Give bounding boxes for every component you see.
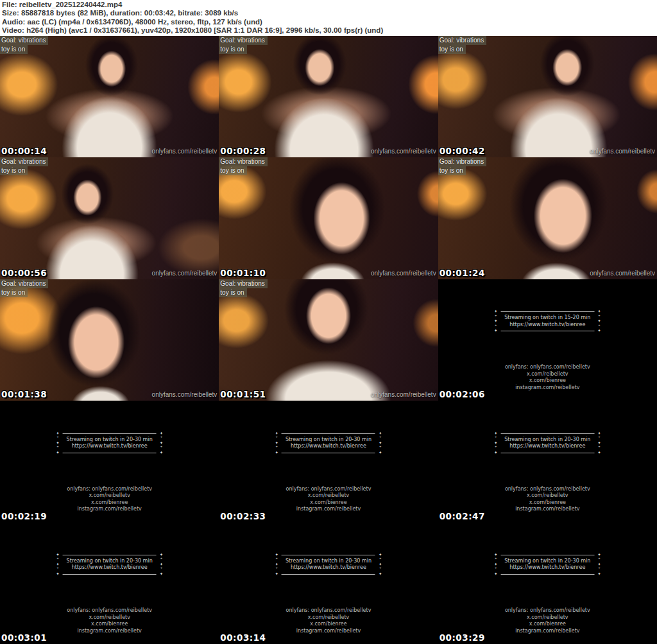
goal-overlay-line-1: Goal: vibrations xyxy=(438,157,486,166)
notice-bottom-rule xyxy=(500,331,594,331)
goal-overlay-line-2: toy is on xyxy=(219,45,246,54)
video-frame-thumbnail: Goal: vibrations toy is on onlyfans.com/… xyxy=(219,157,438,279)
social-link-onlyfans: onlyfans: onlyfans.com/reibelletv xyxy=(438,364,657,371)
video-frame-thumbnail-notice: ✦ ⁺ ✦ ⁺ ✦ Streaming on twitch in 20-30 m… xyxy=(0,523,219,644)
video-frame-thumbnail: Goal: vibrations toy is on onlyfans.com/… xyxy=(0,157,219,279)
goal-overlay: Goal: vibrations toy is on xyxy=(219,279,267,297)
frame-timestamp: 00:00:28 xyxy=(220,146,266,156)
social-link-x-2: x.com/bienree xyxy=(219,500,438,507)
sparkle-icon: ✦ xyxy=(56,553,59,557)
sparkle-icon: ✦ xyxy=(597,562,601,567)
sparkle-icon: ✦ xyxy=(56,451,59,455)
video-frame-thumbnail-notice: ✦ ⁺ ✦ ⁺ ✦ Streaming on twitch in 15-20 m… xyxy=(438,279,657,401)
frame-timestamp: 00:00:14 xyxy=(1,146,47,156)
goal-overlay-line-1: Goal: vibrations xyxy=(219,157,267,166)
sparkle-icon: ✦ xyxy=(597,553,601,557)
notice-top-rule xyxy=(63,555,157,555)
social-link-onlyfans: onlyfans: onlyfans.com/reibelletv xyxy=(0,486,219,493)
frame-timestamp: 00:03:29 xyxy=(439,632,485,643)
streaming-notice-line: Streaming on twitch in 20-30 min xyxy=(504,437,590,444)
goal-overlay: Goal: vibrations toy is on xyxy=(0,36,48,54)
sparkle-icon: ✦ xyxy=(275,451,278,455)
social-links: onlyfans: onlyfans.com/reibelletv x.com/… xyxy=(219,486,438,513)
video-frame-thumbnail: Goal: vibrations toy is on onlyfans.com/… xyxy=(219,279,438,401)
goal-overlay-line-2: toy is on xyxy=(438,45,466,54)
goal-overlay-line-2: toy is on xyxy=(438,166,466,175)
notice-bottom-rule xyxy=(500,453,594,453)
sparkle-decoration-left: ✦ ⁺ ✦ ⁺ ✦ xyxy=(56,431,59,455)
social-link-x-1: x.com/reibelletv xyxy=(438,614,657,622)
video-frame-thumbnail-notice: ✦ ⁺ ✦ ⁺ ✦ Streaming on twitch in 20-30 m… xyxy=(0,401,219,522)
onlyfans-watermark: onlyfans.com/reibelletv xyxy=(152,270,218,277)
metadata-line-audio: Audio: aac (LC) (mp4a / 0x6134706D), 480… xyxy=(2,18,657,26)
twitch-url: https://www.twitch.tv/bienree xyxy=(291,564,366,571)
sparkle-icon: ✦ xyxy=(494,553,497,557)
social-link-x-2: x.com/bienree xyxy=(438,378,657,385)
metadata-line-video: Video: h264 (High) (avc1 / 0x31637661), … xyxy=(2,26,657,35)
streaming-notice-content: Streaming on twitch in 15-20 min https:/… xyxy=(499,309,596,333)
onlyfans-watermark: onlyfans.com/reibelletv xyxy=(152,391,218,398)
thumbnail-grid: Goal: vibrations toy is on onlyfans.com/… xyxy=(0,36,657,644)
sparkle-decoration-left: ✦ ⁺ ✦ ⁺ ✦ xyxy=(494,553,497,577)
sparkle-icon: ✦ xyxy=(494,451,497,455)
twitch-url: https://www.twitch.tv/bienree xyxy=(72,564,148,571)
streaming-notice-box: ✦ ⁺ ✦ ⁺ ✦ Streaming on twitch in 20-30 m… xyxy=(56,431,163,455)
sparkle-decoration-right: ✦ ⁺ ✦ ⁺ ✦ xyxy=(597,553,601,577)
sparkle-icon: ✦ xyxy=(275,562,278,567)
onlyfans-watermark: onlyfans.com/reibelletv xyxy=(371,391,436,398)
goal-overlay: Goal: vibrations toy is on xyxy=(0,279,48,297)
goal-overlay-line-1: Goal: vibrations xyxy=(0,279,48,288)
sparkle-icon: ✦ xyxy=(379,572,382,577)
goal-overlay: Goal: vibrations toy is on xyxy=(0,157,48,175)
video-frame-thumbnail-notice: ✦ ⁺ ✦ ⁺ ✦ Streaming on twitch in 20-30 m… xyxy=(438,401,657,522)
streaming-notice-line: Streaming on twitch in 20-30 min xyxy=(67,558,153,565)
onlyfans-watermark: onlyfans.com/reibelletv xyxy=(590,148,655,155)
sparkle-icon: ✦ xyxy=(275,553,278,557)
sparkle-decoration-right: ✦ ⁺ ✦ ⁺ ✦ xyxy=(597,309,601,333)
sparkle-icon: ✦ xyxy=(160,572,163,577)
notice-top-rule xyxy=(500,555,594,555)
sparkle-icon: ✦ xyxy=(379,451,382,455)
sparkle-icon: ✦ xyxy=(597,431,601,436)
sparkle-icon: ✦ xyxy=(597,309,601,314)
streaming-notice-content: Streaming on twitch in 20-30 min https:/… xyxy=(499,431,596,455)
social-link-onlyfans: onlyfans: onlyfans.com/reibelletv xyxy=(438,486,657,493)
goal-overlay-line-1: Goal: vibrations xyxy=(219,279,267,288)
sparkle-decoration-right: ✦ ⁺ ✦ ⁺ ✦ xyxy=(160,431,163,455)
twitch-url: https://www.twitch.tv/bienree xyxy=(291,443,366,450)
streaming-notice-line: Streaming on twitch in 20-30 min xyxy=(504,558,590,565)
goal-overlay-line-1: Goal: vibrations xyxy=(438,36,486,45)
social-link-x-2: x.com/bienree xyxy=(438,500,657,507)
social-link-x-2: x.com/bienree xyxy=(0,500,219,507)
notice-top-rule xyxy=(500,311,594,312)
onlyfans-watermark: onlyfans.com/reibelletv xyxy=(152,148,218,155)
sparkle-icon: ✦ xyxy=(56,431,59,436)
sparkle-decoration-right: ✦ ⁺ ✦ ⁺ ✦ xyxy=(160,553,163,577)
sparkle-icon: ✦ xyxy=(494,441,497,446)
sparkle-icon: ✦ xyxy=(494,309,497,314)
social-links: onlyfans: onlyfans.com/reibelletv x.com/… xyxy=(0,607,219,634)
sparkle-icon: ✦ xyxy=(597,329,601,333)
sparkle-icon: ✦ xyxy=(56,562,59,567)
streaming-notice-box: ✦ ⁺ ✦ ⁺ ✦ Streaming on twitch in 20-30 m… xyxy=(275,553,382,577)
social-link-onlyfans: onlyfans: onlyfans.com/reibelletv xyxy=(219,607,438,614)
sparkle-icon: ✦ xyxy=(597,441,601,446)
sparkle-icon: ✦ xyxy=(379,562,382,567)
goal-overlay: Goal: vibrations toy is on xyxy=(219,157,267,175)
sparkle-icon: ✦ xyxy=(597,572,601,577)
sparkle-decoration-right: ✦ ⁺ ✦ ⁺ ✦ xyxy=(597,431,601,455)
sparkle-icon: ✦ xyxy=(160,441,163,446)
goal-overlay-line-2: toy is on xyxy=(219,288,246,297)
frame-timestamp: 00:02:19 xyxy=(1,511,47,521)
streaming-notice-content: Streaming on twitch in 20-30 min https:/… xyxy=(61,553,158,577)
social-link-x-2: x.com/bienree xyxy=(219,621,438,628)
frame-timestamp: 00:01:51 xyxy=(220,389,266,399)
goal-overlay-line-1: Goal: vibrations xyxy=(0,36,48,45)
social-links: onlyfans: onlyfans.com/reibelletv x.com/… xyxy=(438,607,657,634)
social-links: onlyfans: onlyfans.com/reibelletv x.com/… xyxy=(219,607,438,634)
goal-overlay: Goal: vibrations toy is on xyxy=(438,36,486,54)
goal-overlay-line-2: toy is on xyxy=(0,166,28,175)
video-frame-thumbnail: Goal: vibrations toy is on onlyfans.com/… xyxy=(438,157,657,279)
twitch-url: https://www.twitch.tv/bienree xyxy=(509,443,585,450)
streaming-notice-line: Streaming on twitch in 20-30 min xyxy=(286,558,371,565)
